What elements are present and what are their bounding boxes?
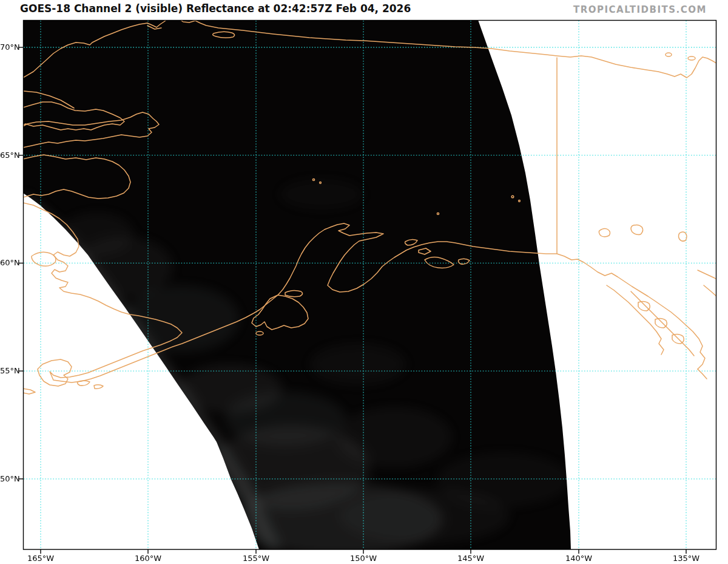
lon-label-140w: 140°W (554, 554, 603, 563)
aleutian-island-4 (23, 389, 35, 394)
panhandle-island-2 (655, 318, 667, 328)
page-title: GOES-18 Channel 2 (visible) Reflectance … (20, 2, 411, 15)
aleutian-island-1 (38, 359, 72, 386)
lat-label-70n: 70°N (0, 42, 18, 52)
panhandle-coast-edge (698, 270, 716, 379)
watermark: TROPICALTIDBITS.COM (573, 4, 707, 15)
arctic-island-2 (688, 56, 695, 60)
lon-ticks (41, 549, 686, 554)
aleutian-island-3 (94, 385, 103, 389)
aleutian-island-2 (78, 381, 90, 386)
lon-label-160w: 160°W (124, 554, 172, 563)
yukon-lake-3 (679, 232, 687, 241)
lon-label-165w: 165°W (16, 554, 65, 563)
arctic-island-1 (666, 53, 672, 56)
lon-label-135w: 135°W (662, 554, 710, 563)
lat-label-55n: 55°N (0, 366, 18, 376)
yukon-lake-2 (631, 225, 643, 234)
lon-label-150w: 150°W (339, 554, 388, 563)
satellite-viewer-page: { "header": { "title": "GOES-18 Channel … (0, 0, 728, 564)
lat-label-65n: 65°N (0, 151, 18, 160)
lat-label-60n: 60°N (0, 258, 18, 268)
nunivak-island (32, 252, 56, 266)
lon-label-155w: 155°W (232, 554, 280, 563)
lat-label-50n: 50°N (0, 474, 18, 484)
lon-label-145w: 145°W (447, 554, 495, 563)
yukon-lake-1 (599, 228, 610, 237)
map-canvas (0, 0, 728, 564)
panhandle-island-1 (638, 301, 650, 311)
